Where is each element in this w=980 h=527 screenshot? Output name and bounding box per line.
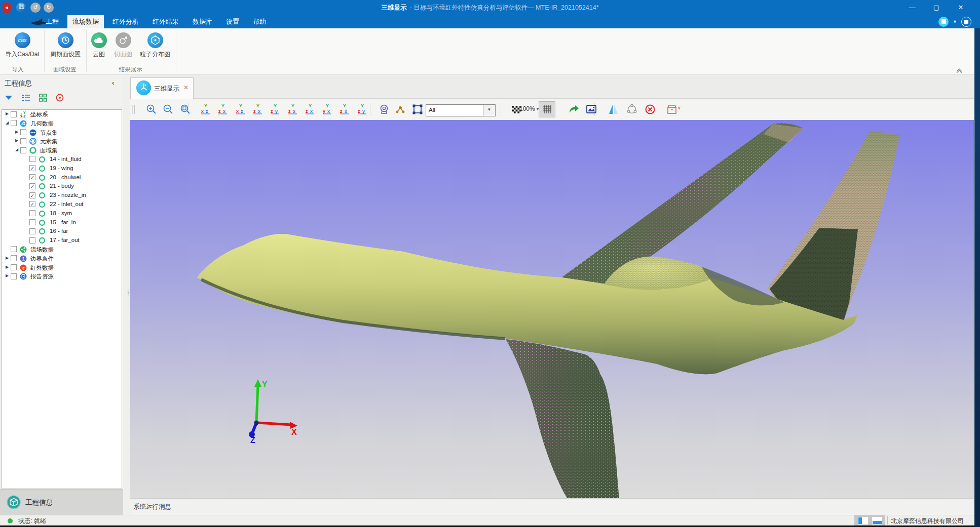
tree-checkbox[interactable]: ✓: [29, 201, 35, 207]
menu-tab-2[interactable]: 流场数据: [67, 15, 104, 28]
expand-icon[interactable]: ▶: [14, 138, 19, 143]
panel-collapse-icon[interactable]: ‹: [112, 79, 114, 87]
tree-checkbox[interactable]: [11, 111, 17, 117]
tree-checkbox[interactable]: ✓: [29, 165, 35, 171]
menu-tab-5[interactable]: 数据库: [187, 15, 217, 28]
tree-checkbox[interactable]: [20, 147, 26, 153]
collapse-expanded-icon[interactable]: ◢: [5, 120, 10, 125]
expand-icon[interactable]: ▶: [5, 265, 10, 269]
tree-checkbox[interactable]: [11, 246, 17, 252]
view-orientation-icon-6[interactable]: zxY: [286, 102, 300, 116]
tree-checkbox[interactable]: [29, 210, 35, 216]
tree-checkbox[interactable]: ✓: [29, 192, 35, 198]
tree-item[interactable]: ▶节点集: [2, 128, 122, 137]
menu-tab-1[interactable]: 工程: [41, 15, 64, 28]
ribbon-item-3[interactable]: 云图: [87, 31, 110, 59]
tree-item[interactable]: 15 - far_in: [2, 218, 122, 227]
ribbon-collapse-icon[interactable]: [955, 67, 964, 74]
tab-close-icon[interactable]: ✕: [183, 84, 189, 91]
tree-item[interactable]: 16 - far: [2, 227, 122, 236]
menu-tab-3[interactable]: 红外分析: [107, 15, 144, 28]
mirror-icon[interactable]: [607, 102, 621, 116]
package-icon[interactable]: [665, 102, 679, 116]
camera-icon[interactable]: [377, 102, 391, 116]
tree-item[interactable]: 18 - sym: [2, 209, 122, 218]
menu-tab-4[interactable]: 红外结果: [147, 15, 184, 28]
view-orientation-icon-3[interactable]: xzY: [234, 102, 248, 116]
dropdown-arrow-icon[interactable]: ▼: [483, 105, 495, 116]
view-orientation-icon-2[interactable]: zxY: [216, 102, 230, 116]
tree-checkbox[interactable]: [11, 264, 17, 270]
expand-icon[interactable]: ▶: [5, 273, 10, 278]
tree-checkbox[interactable]: [20, 138, 26, 144]
tree-item[interactable]: ▶边界条件: [2, 254, 122, 263]
ribbon-item-1[interactable]: cas导入Cas/Dat: [1, 31, 44, 59]
tree-item[interactable]: 17 - far_out: [2, 236, 122, 245]
panel-toggle-icon[interactable]: [938, 17, 949, 27]
tree-item[interactable]: ▶xYz坐标系: [2, 110, 122, 119]
view-orientation-icon-9[interactable]: zxY: [337, 102, 352, 116]
menu-tab-6[interactable]: 设置: [221, 15, 244, 28]
view-orientation-icon-10[interactable]: zyY: [355, 102, 369, 116]
zoom-fit-icon[interactable]: [178, 102, 193, 116]
ribbon-item-2[interactable]: 周期面设置: [46, 31, 85, 59]
box-select-icon[interactable]: [410, 102, 425, 116]
view-orientation-icon-8[interactable]: yxY: [320, 102, 334, 116]
view-orientation-icon-5[interactable]: zyY: [268, 102, 282, 116]
tree-checkbox[interactable]: [11, 120, 17, 126]
layout-toggle-icon[interactable]: [961, 17, 971, 27]
viewport-3d[interactable]: Y X Z: [130, 120, 974, 498]
collapse-expanded-icon[interactable]: ◢: [14, 147, 19, 152]
tree-checkbox[interactable]: [29, 219, 35, 225]
zoom-out-icon[interactable]: [161, 102, 175, 116]
tree-item[interactable]: ✓20 - chuiwei: [2, 173, 122, 182]
region-filter-dropdown[interactable]: All ▼: [426, 104, 496, 116]
tree-checkbox[interactable]: ✓: [29, 174, 35, 180]
tree-checkbox[interactable]: [11, 255, 17, 261]
zoom-in-icon[interactable]: [144, 102, 159, 116]
cancel-icon[interactable]: [643, 102, 657, 116]
minimize-button[interactable]: —: [907, 3, 918, 12]
tree-item[interactable]: ◢几何数据: [2, 119, 122, 128]
snapshot-icon[interactable]: [584, 102, 598, 116]
tree-item[interactable]: ▶报告资源: [2, 272, 122, 281]
project-info-bottom-tab[interactable]: 工程信息: [0, 489, 123, 515]
tree-checkbox[interactable]: [29, 237, 35, 244]
tree-checkbox[interactable]: [11, 273, 17, 279]
grid-toggle-button[interactable]: [539, 101, 555, 117]
tree-item[interactable]: ◢面域集: [2, 146, 122, 155]
view-orientation-icon-7[interactable]: zxY: [303, 102, 317, 116]
panel-caret-icon[interactable]: ▼: [953, 19, 957, 24]
zoom-level-label[interactable]: 100%: [519, 105, 535, 112]
close-button[interactable]: ✕: [955, 3, 966, 12]
expand-icon[interactable]: ▶: [14, 130, 19, 134]
tree-item[interactable]: ✓19 - wing: [2, 164, 122, 173]
filter-icon[interactable]: [4, 93, 13, 102]
expand-icon[interactable]: ▶: [5, 111, 10, 116]
tree-item[interactable]: ▶红外数据: [2, 263, 122, 272]
tree-checkbox[interactable]: [29, 228, 35, 234]
view-orientation-icon-4[interactable]: zxY: [251, 102, 265, 116]
orbit-nodes-icon[interactable]: [625, 102, 639, 116]
panel-splitter[interactable]: ⋮⋮: [123, 75, 130, 515]
tree-item[interactable]: 流场数据: [2, 245, 122, 254]
tree-item[interactable]: ✓23 - nozzle_in: [2, 191, 122, 200]
menu-tab-7[interactable]: 帮助: [248, 15, 271, 28]
target-icon[interactable]: [55, 93, 64, 102]
grid-view-icon[interactable]: [39, 93, 48, 102]
layout-left-icon[interactable]: [858, 517, 868, 524]
tree-checkbox[interactable]: [29, 156, 35, 162]
tree-checkbox[interactable]: [20, 129, 26, 135]
tree-item[interactable]: ✓21 - body: [2, 182, 122, 191]
tree-checkbox[interactable]: ✓: [29, 183, 35, 189]
tree-item[interactable]: 14 - int_fluid: [2, 155, 122, 164]
list-view-icon[interactable]: [21, 93, 31, 102]
ribbon-item-5[interactable]: 粒子分布图: [136, 31, 174, 59]
tree-item[interactable]: ✓22 - inlet_out: [2, 200, 122, 209]
document-tab[interactable]: 三维显示 ✕: [130, 77, 194, 99]
tree-item[interactable]: ▶元素集: [2, 137, 122, 146]
collapsed-right-panel-strip[interactable]: [974, 28, 980, 527]
maximize-button[interactable]: ▢: [931, 3, 942, 12]
share-icon[interactable]: [567, 102, 581, 116]
view-orientation-icon-1[interactable]: xzY: [199, 102, 213, 116]
